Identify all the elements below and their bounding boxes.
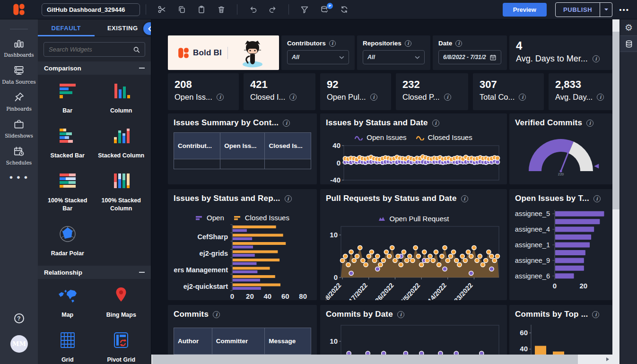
closed-issues-kpi-widget[interactable]: 421 Closed I... i xyxy=(244,73,315,110)
issues-summary-table[interactable]: Contribut... Open Iss... Closed Is... xyxy=(174,132,311,169)
sidebar-item-slideshows[interactable]: Slideshows xyxy=(0,115,38,142)
sidebar-item-schedules[interactable]: Schedules xyxy=(0,142,38,169)
data-panel-tab[interactable] xyxy=(620,35,637,52)
widget-tile-stacked-bar[interactable]: Stacked Bar xyxy=(41,127,95,160)
svg-text:Users Management: Users Management xyxy=(174,266,228,274)
widget-tile-map[interactable]: Map xyxy=(41,286,95,319)
open-issues-kpi-widget[interactable]: 208 Open Iss... i xyxy=(168,73,239,110)
tab-default[interactable]: DEFAULT xyxy=(38,19,95,36)
legend-item[interactable]: Open xyxy=(195,214,224,222)
widget-tile-100-stacked-bar[interactable]: 100% Stacked Bar xyxy=(41,172,95,213)
open-issues-by-t-widget[interactable]: Open Issues by T... i assignee_5assignee… xyxy=(509,189,612,300)
widget-tile-stacked-column[interactable]: Stacked Column xyxy=(95,127,148,160)
issues-by-status-repo-widget[interactable]: Issues by Status and Rep... i Open Close… xyxy=(168,189,317,300)
widget-tile-column[interactable]: Column xyxy=(95,82,148,115)
repositories-dropdown[interactable]: All xyxy=(363,50,425,64)
table-header[interactable]: Message xyxy=(265,328,311,355)
sidebar-item-dashboards[interactable]: Dashboards xyxy=(0,34,38,61)
section-relationship[interactable]: Relationship xyxy=(38,266,151,279)
paste-button[interactable] xyxy=(193,2,210,17)
info-icon[interactable]: i xyxy=(593,195,601,202)
table-header[interactable]: Committer xyxy=(212,328,265,355)
pull-requests-widget[interactable]: Pull Requests by Status and Date i Open … xyxy=(320,189,507,300)
total-commits-kpi-widget[interactable]: 307 Total Co... i xyxy=(473,73,544,110)
table-header[interactable]: Open Iss... xyxy=(220,133,265,159)
table-header[interactable]: Contribut... xyxy=(174,133,220,159)
info-icon[interactable]: i xyxy=(329,40,336,47)
widget-tile-bar[interactable]: Bar xyxy=(41,82,95,115)
repositories-filter-widget: Repositories i All xyxy=(357,35,430,70)
info-icon[interactable]: i xyxy=(593,55,600,62)
info-icon[interactable]: i xyxy=(461,195,468,202)
preview-button[interactable]: Preview xyxy=(503,3,547,17)
user-avatar[interactable]: MM xyxy=(10,335,28,353)
widget-tile-bing-maps[interactable]: Bing Maps xyxy=(95,286,148,319)
info-icon[interactable]: i xyxy=(597,94,604,101)
redo-button[interactable] xyxy=(264,2,281,17)
scroll-right-arrow-icon[interactable] xyxy=(606,357,609,361)
vertical-scrollbar[interactable] xyxy=(612,19,620,364)
open-pulls-kpi-widget[interactable]: 92 Open Pul... i xyxy=(320,73,391,110)
sidebar-more-button[interactable]: ● ● ● xyxy=(0,169,38,185)
avg-kpi-widget[interactable]: 2,833 Avg. Day... i xyxy=(549,73,612,110)
stacked-bar-icon xyxy=(57,127,79,146)
info-icon[interactable]: i xyxy=(592,311,599,318)
info-icon[interactable]: i xyxy=(455,40,462,47)
top-toolbar: P Preview PUBLISH ••• xyxy=(0,0,637,19)
avg-days-kpi-widget[interactable]: 4 Avg. Days to Mer... i xyxy=(509,35,612,70)
filter-button[interactable] xyxy=(296,2,313,17)
dashboard-name-input[interactable] xyxy=(42,3,140,16)
bar-series-icon xyxy=(234,215,241,221)
section-comparison[interactable]: Comparison xyxy=(38,61,151,75)
widget-tile-100-stacked-column[interactable]: 100% Stacked Column xyxy=(95,172,148,213)
info-icon[interactable]: i xyxy=(586,120,593,127)
more-options-button[interactable]: ••• xyxy=(619,6,629,14)
widget-tile-radar-polar[interactable]: Radar Polar xyxy=(41,225,95,258)
info-icon[interactable]: i xyxy=(397,311,404,318)
widget-tile-grid[interactable]: Grid xyxy=(41,331,95,364)
refresh-button[interactable] xyxy=(336,2,353,17)
cut-button[interactable] xyxy=(153,2,170,17)
info-icon[interactable]: i xyxy=(432,120,439,127)
horizontal-scrollbar[interactable] xyxy=(151,355,620,364)
legend-item[interactable]: Open Pull Request xyxy=(378,215,449,223)
copy-button[interactable] xyxy=(173,2,190,17)
vertical-scrollbar-thumb[interactable] xyxy=(612,32,620,209)
horizontal-scrollbar-thumb[interactable] xyxy=(152,355,578,364)
boldbi-logo[interactable] xyxy=(0,3,38,16)
banner-widget[interactable]: Bold BI xyxy=(168,35,279,70)
info-icon[interactable]: i xyxy=(444,94,451,101)
delete-button[interactable] xyxy=(213,2,230,17)
widget-tile-pivot-grid[interactable]: Pivot Grid xyxy=(95,331,148,364)
info-icon[interactable]: i xyxy=(405,40,411,47)
closed-pulls-kpi-widget[interactable]: 232 Closed P... i xyxy=(396,73,468,110)
contributors-dropdown[interactable]: All xyxy=(287,50,349,64)
sidebar-item-data-sources[interactable]: Data Sources xyxy=(0,61,38,88)
info-icon[interactable]: i xyxy=(285,195,292,202)
settings-gear-button[interactable]: ⚙ xyxy=(620,19,637,35)
info-icon[interactable]: i xyxy=(519,94,526,101)
help-button[interactable]: ? xyxy=(0,313,38,323)
legend-item[interactable]: Closed Issues xyxy=(234,214,289,222)
tab-existing[interactable]: EXISTING xyxy=(95,19,151,36)
table-header[interactable]: Closed Is... xyxy=(265,133,311,159)
info-icon[interactable]: i xyxy=(289,94,297,101)
undo-button[interactable] xyxy=(244,2,262,17)
info-icon[interactable]: i xyxy=(283,120,290,127)
sidebar-item-pinboards[interactable]: Pinboards xyxy=(0,88,38,115)
date-range-picker[interactable]: 6/8/2022 - 7/31/2 xyxy=(438,50,501,64)
publish-split-button[interactable]: PUBLISH xyxy=(555,2,612,17)
legend-item[interactable]: Open Issues xyxy=(355,133,406,141)
issues-by-status-date-widget[interactable]: Issues by Status and Date i Open Issues … xyxy=(320,113,507,184)
publish-dropdown-button[interactable] xyxy=(600,3,612,17)
info-icon[interactable]: i xyxy=(370,94,377,101)
datasource-button[interactable]: P xyxy=(316,2,333,17)
legend-item[interactable]: Closed Issues xyxy=(416,133,472,141)
search-input[interactable] xyxy=(49,46,133,53)
issues-summary-widget[interactable]: Issues Summary by Cont... i Contribut...… xyxy=(168,113,317,184)
info-icon[interactable]: i xyxy=(213,311,220,318)
info-icon[interactable]: i xyxy=(217,94,224,101)
publish-button[interactable]: PUBLISH xyxy=(556,3,600,17)
verified-commits-widget[interactable]: Verified Commits i 220 xyxy=(509,113,612,184)
table-header[interactable]: Author xyxy=(174,328,212,355)
